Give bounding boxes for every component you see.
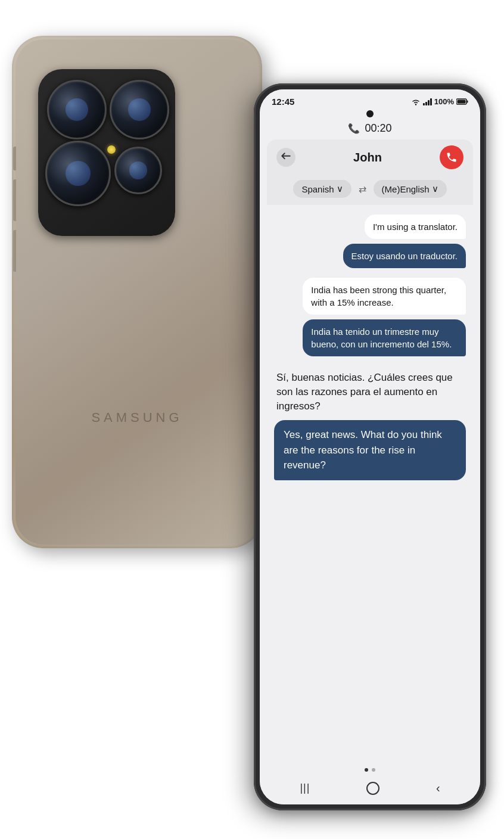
target-language-label: (Me)English: [382, 184, 430, 194]
translator-header: John: [267, 139, 473, 175]
message-text: India ha tenido un trimestre muy bueno, …: [311, 327, 452, 349]
call-timer: 00:20: [365, 122, 391, 135]
back-nav-icon[interactable]: ‹: [436, 781, 440, 795]
svg-rect-2: [467, 101, 468, 103]
back-button[interactable]: [276, 148, 295, 167]
message-bubble: Sí, buenas noticias. ¿Cuáles crees que s…: [274, 368, 466, 415]
swap-languages-icon[interactable]: ⇄: [359, 184, 366, 195]
end-call-button[interactable]: [440, 145, 463, 169]
source-language-pill[interactable]: Spanish ∨: [293, 180, 351, 198]
volume-down-button: [13, 179, 16, 221]
home-button[interactable]: [366, 782, 379, 795]
wifi-icon: [411, 98, 421, 105]
message-text: I'm using a translator.: [373, 222, 458, 232]
source-language-label: Spanish: [301, 184, 334, 194]
message-text: Estoy usando un traductor.: [351, 251, 458, 261]
page-dot-2: [372, 768, 375, 772]
status-time: 12:45: [272, 97, 294, 107]
screen: 12:45 100%: [260, 89, 480, 804]
flash-light: [107, 145, 116, 154]
battery-icon: [456, 98, 468, 105]
recent-apps-icon[interactable]: |||: [300, 782, 310, 794]
page-indicators: [260, 763, 480, 776]
samsung-logo: SAMSUNG: [91, 410, 182, 425]
front-volume-up: [254, 215, 254, 244]
target-language-pill[interactable]: (Me)English ∨: [374, 180, 447, 198]
message-bubble: India has been strong this quarter, with…: [303, 278, 466, 315]
status-bar: 12:45 100%: [260, 89, 480, 109]
phone-back: SAMSUNG: [12, 36, 262, 548]
svg-rect-3: [458, 100, 466, 104]
notch-area: [260, 109, 480, 120]
language-selector: Spanish ∨ ⇄ (Me)English ∨: [267, 175, 473, 205]
chat-area: I'm using a translator. Estoy usando un …: [267, 205, 473, 763]
message-bubble: India ha tenido un trimestre muy bueno, …: [303, 319, 466, 356]
camera-lens-1: [47, 80, 107, 139]
status-icons: 100%: [411, 97, 468, 106]
message-bubble: Yes, great news. What do you think are t…: [274, 420, 466, 480]
volume-up-button: [13, 147, 16, 170]
signal-bars: [423, 98, 432, 105]
message-bubble: I'm using a translator.: [365, 215, 466, 239]
front-power-button: [486, 250, 486, 298]
message-text: Sí, buenas noticias. ¿Cuáles crees que s…: [276, 372, 453, 412]
message-text: Yes, great news. What do you think are t…: [284, 429, 442, 471]
bixby-button: [13, 230, 16, 272]
source-chevron-icon: ∨: [337, 184, 343, 194]
battery-percentage: 100%: [434, 97, 454, 106]
page-dot-1: [365, 768, 368, 772]
camera-lens-4: [114, 147, 162, 194]
message-bubble: Estoy usando un traductor.: [343, 244, 466, 268]
camera-lens-2: [110, 80, 169, 139]
svg-point-0: [415, 104, 416, 105]
message-text: India has been strong this quarter, with…: [311, 285, 446, 307]
camera-lens-3: [45, 141, 111, 206]
target-chevron-icon: ∨: [432, 184, 438, 194]
phone-front: 12:45 100%: [254, 83, 486, 810]
front-camera: [366, 110, 374, 117]
front-volume-down: [254, 253, 254, 301]
contact-name: John: [295, 151, 440, 164]
camera-island: [38, 69, 175, 236]
call-bar: 📞 00:20: [260, 120, 480, 139]
navigation-bar: ||| ‹: [260, 776, 480, 804]
call-icon: 📞: [348, 123, 360, 134]
